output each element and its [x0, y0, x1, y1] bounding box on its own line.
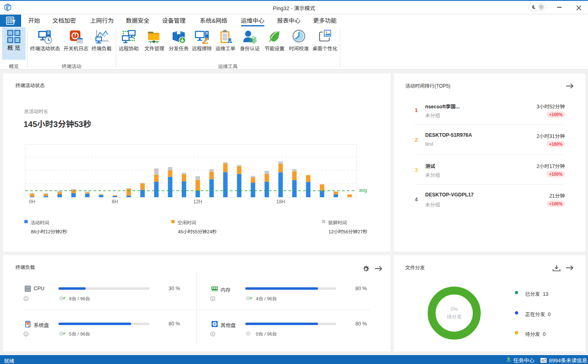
svg-text:CPU: CPU	[26, 288, 30, 290]
svg-text:SSD: SSD	[26, 324, 30, 325]
